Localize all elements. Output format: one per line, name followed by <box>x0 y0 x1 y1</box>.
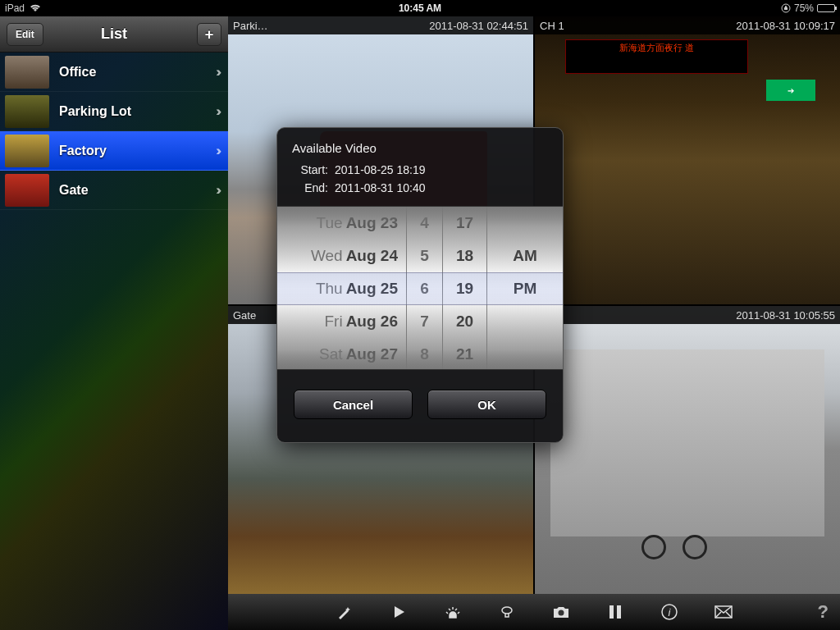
chevron-right-icon: ›› <box>216 144 218 158</box>
ok-button[interactable]: OK <box>427 390 546 419</box>
battery-pct: 75% <box>794 2 814 14</box>
device-label: iPad <box>5 2 25 14</box>
datetime-picker[interactable]: TueTue Aug 23Aug 23 WedAug 24 ThuAug 25 … <box>277 206 563 370</box>
camera-timestamp: 2011-08-31 10:05:55 <box>736 309 835 322</box>
cancel-button[interactable]: Cancel <box>294 390 413 419</box>
camera-tile-ch1[interactable]: 新海道方面夜行 道 ➔ CH 1 2011-08-31 10:09:17 <box>535 16 840 304</box>
chevron-right-icon: ›› <box>216 104 218 119</box>
alarm-icon[interactable] <box>441 600 464 623</box>
info-icon[interactable]: i <box>658 600 681 623</box>
list-item-label: Office <box>59 65 206 80</box>
sidebar: Edit List + Office ›› Parking Lot ›› Fac… <box>0 16 228 630</box>
picker-date-column[interactable]: TueTue Aug 23Aug 23 WedAug 24 ThuAug 25 … <box>277 207 407 369</box>
available-video-modal: Available Video Start: 2011-08-25 18:19 … <box>276 127 564 443</box>
list-item-gate[interactable]: Gate ›› <box>0 171 228 210</box>
svg-rect-3 <box>617 605 621 619</box>
wand-icon[interactable] <box>333 600 356 623</box>
camera-timestamp: 2011-08-31 10:09:17 <box>736 20 835 32</box>
sidebar-header: Edit List + <box>0 16 228 52</box>
start-value: 2011-08-25 18:19 <box>335 163 426 176</box>
list-item-label: Parking Lot <box>59 104 206 119</box>
modal-title: Available Video <box>292 141 548 155</box>
wifi-icon <box>30 4 41 12</box>
help-button[interactable]: ? <box>818 601 829 623</box>
mail-icon[interactable] <box>712 600 735 623</box>
bottom-toolbar: i ? <box>228 594 840 630</box>
camera-icon[interactable] <box>550 600 573 623</box>
thumbnail <box>5 95 49 128</box>
clock-label: 10:45 AM <box>399 2 441 14</box>
start-label: Start: <box>292 163 328 176</box>
camera-tile-4[interactable]: 2011-08-31 10:05:55 <box>535 306 840 594</box>
list-item-label: Factory <box>59 144 206 158</box>
chevron-right-icon: ›› <box>216 183 218 198</box>
end-label: End: <box>292 181 328 194</box>
ptz-icon[interactable] <box>495 600 518 623</box>
camera-name: CH 1 <box>540 20 736 32</box>
led-sign-text: 新海道方面夜行 道 <box>566 40 747 57</box>
orientation-lock-icon <box>781 3 791 13</box>
end-value: 2011-08-31 10:40 <box>335 181 426 194</box>
svg-rect-2 <box>609 605 614 619</box>
camera-name: Parki… <box>233 20 429 32</box>
pause-icon[interactable] <box>604 600 627 623</box>
thumbnail <box>5 56 49 89</box>
exit-sign: ➔ <box>766 80 815 101</box>
chevron-right-icon: ›› <box>216 65 218 80</box>
thumbnail <box>5 174 49 207</box>
battery-icon <box>817 4 835 12</box>
picker-hour-column[interactable]: 4 5 6 7 8 <box>407 207 443 369</box>
camera-timestamp: 2011-08-31 02:44:51 <box>429 20 528 32</box>
svg-point-1 <box>559 610 564 616</box>
add-button[interactable]: + <box>197 23 221 46</box>
status-bar: iPad 10:45 AM 75% <box>0 0 840 16</box>
picker-ampm-column[interactable]: AM PM <box>487 207 563 369</box>
picker-minute-column[interactable]: 17 18 19 20 21 <box>443 207 487 369</box>
list-item-office[interactable]: Office ›› <box>0 52 228 92</box>
edit-button[interactable]: Edit <box>7 23 43 46</box>
list-item-parking-lot[interactable]: Parking Lot ›› <box>0 92 228 131</box>
play-icon[interactable] <box>387 600 410 623</box>
list-item-label: Gate <box>59 183 206 198</box>
svg-text:i: i <box>669 606 672 619</box>
thumbnail <box>5 135 49 167</box>
list-item-factory[interactable]: Factory ›› <box>0 131 228 171</box>
sidebar-title: List <box>101 25 127 43</box>
camera-list: Office ›› Parking Lot ›› Factory ›› Gate… <box>0 52 228 210</box>
